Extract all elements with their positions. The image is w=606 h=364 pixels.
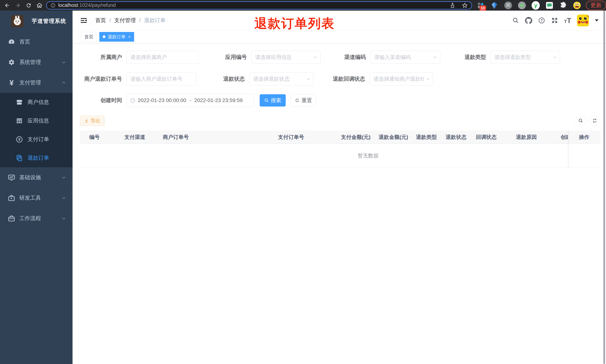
select-arrow-icon xyxy=(313,55,318,60)
show-search-toggle-button[interactable] xyxy=(575,115,586,126)
url-text[interactable]: localhost:1024/pay/refund xyxy=(58,2,116,8)
extension-puzzle-icon[interactable] xyxy=(559,1,567,10)
fullscreen-icon[interactable] xyxy=(551,17,558,24)
search-icon[interactable] xyxy=(512,17,519,24)
channel-select[interactable]: 请输入渠道编码 xyxy=(370,51,440,64)
sidebar-item-pay[interactable]: ¥ 支付管理 xyxy=(0,73,73,93)
share-icon[interactable] xyxy=(450,2,455,8)
tag-active-dot xyxy=(103,35,105,38)
select-arrow-icon xyxy=(433,55,437,60)
extension-emoji-icon[interactable] xyxy=(573,1,581,10)
reload-icon[interactable] xyxy=(25,1,33,10)
font-size-icon[interactable]: TT xyxy=(564,17,571,24)
extensions-area: 10 ⌘ y xyxy=(476,1,581,10)
col-id: 编号 xyxy=(80,130,115,144)
tags-view: 首页 退款订单 × xyxy=(73,30,606,43)
date-end-value[interactable]: 2022-01-23 23:59:59 xyxy=(194,97,243,103)
address-bar[interactable]: localhost:1024/pay/refund xyxy=(46,1,472,10)
user-avatar[interactable] xyxy=(577,14,589,26)
refresh-table-button[interactable] xyxy=(589,115,600,126)
table-empty-body: 暂无数据 xyxy=(80,144,600,168)
pay-order-icon: ¥ xyxy=(16,136,23,143)
date-start-value[interactable]: 2022-01-23 00:00:00 xyxy=(138,97,186,103)
breadcrumb-pay[interactable]: 支付管理 xyxy=(114,17,136,24)
back-icon[interactable] xyxy=(3,1,11,10)
browser-update-button[interactable]: 更新 xyxy=(586,1,606,10)
merchant-refund-no-input[interactable] xyxy=(127,73,197,86)
sidebar-logo[interactable]: 芋道管理系统 xyxy=(0,11,73,32)
github-icon[interactable] xyxy=(525,17,532,24)
refund-type-select[interactable]: 请选择退款类型 xyxy=(490,51,560,64)
extension-green-dot-icon[interactable] xyxy=(518,1,526,10)
filter-label-refund-status: 退款状态 xyxy=(197,75,249,83)
filter-row-1: 所属商户 应用编号 请选择应用信息 渠道编码 请输入渠道编码 退款类型 请选择退… xyxy=(80,51,606,64)
monitor-chart-icon xyxy=(7,174,16,181)
yen-icon: ¥ xyxy=(7,79,16,86)
sidebar-item-refund-order[interactable]: 退款订单 xyxy=(0,149,73,167)
extension-command-icon[interactable]: ⌘ xyxy=(504,1,512,10)
export-button[interactable]: 导出 xyxy=(80,116,105,126)
chevron-up-icon xyxy=(61,80,66,85)
filter-label-create-time: 创建时间 xyxy=(80,97,127,104)
breadcrumb-home[interactable]: 首页 xyxy=(95,17,106,24)
col-actions: 操作 xyxy=(568,130,600,144)
tag-close-icon[interactable]: × xyxy=(128,34,131,39)
refund-status-select[interactable]: 请选择退款状态 xyxy=(249,73,314,86)
select-arrow-icon xyxy=(553,55,557,60)
window-scrollbar[interactable] xyxy=(603,11,605,364)
refund-order-icon xyxy=(16,155,23,162)
bookmark-star-icon[interactable] xyxy=(462,2,468,8)
sidebar-item-infra[interactable]: 基础设施 xyxy=(0,167,73,188)
search-button[interactable]: 搜索 xyxy=(260,94,286,106)
page-content: 所属商户 应用编号 请选择应用信息 渠道编码 请输入渠道编码 退款类型 请选择退… xyxy=(73,43,606,168)
filter-row-2: 商户退款订单号 退款状态 请选择退款状态 退款回调状态 请选择通知商户退款结果的 xyxy=(80,73,606,86)
help-icon[interactable]: ? xyxy=(538,17,545,24)
refund-table: 编号 支付渠道 商户订单号 支付订单号 支付金额(元) 退款金额(元) 退款类型… xyxy=(80,130,600,168)
extension-kite-icon[interactable] xyxy=(490,1,499,10)
col-pay-order-no: 支付订单号 xyxy=(242,130,340,144)
date-range-picker[interactable]: 2022-01-23 00:00:00 - 2022-01-23 23:59:5… xyxy=(127,94,253,107)
table-toolbar: 导出 xyxy=(80,115,606,126)
sidebar-item-merchant-info[interactable]: 商户信息 xyxy=(0,93,73,112)
empty-text: 暂无数据 xyxy=(358,152,379,159)
col-refund-amount: 退款金额(元) xyxy=(371,130,416,144)
sidebar-toggle-icon[interactable] xyxy=(80,17,87,24)
sidebar-item-home[interactable]: 首页 xyxy=(0,32,73,52)
extension-badge: 10 xyxy=(479,5,486,11)
col-callback-status: 回调状态 xyxy=(475,130,497,144)
home-icon[interactable] xyxy=(35,1,43,10)
avatar-caret-icon[interactable] xyxy=(595,19,599,22)
navbar: 首页 / 支付管理 / 退款订单 退款订单列表 ? TT xyxy=(73,11,606,30)
col-pay-channel: 支付渠道 xyxy=(115,130,154,144)
sidebar-item-system[interactable]: 系统管理 xyxy=(0,52,73,73)
svg-text:¥: ¥ xyxy=(18,137,20,142)
url-path: :1024/pay/refund xyxy=(78,2,116,8)
site-info-icon[interactable] xyxy=(50,3,56,8)
filter-label-callback-status: 退款回调状态 xyxy=(314,75,369,83)
filter-label-refund-type: 退款类型 xyxy=(440,53,490,61)
toolbox-icon xyxy=(7,194,16,202)
sidebar-item-workflow[interactable]: 工作流程 xyxy=(0,208,73,229)
merchant-input[interactable] xyxy=(127,51,199,64)
logo-avatar xyxy=(11,15,24,27)
grid-icon xyxy=(16,117,23,124)
filter-label-channel: 渠道编码 xyxy=(320,53,370,61)
sidebar-item-app-info[interactable]: 应用信息 xyxy=(0,112,73,130)
url-host: localhost xyxy=(58,2,78,8)
tag-home[interactable]: 首页 xyxy=(81,32,97,42)
app-select[interactable]: 请选择应用信息 xyxy=(251,51,320,64)
forward-icon[interactable] xyxy=(14,1,22,10)
col-refund-status: 退款状态 xyxy=(437,130,475,144)
callback-status-select[interactable]: 请选择通知商户退款结果的 xyxy=(369,73,433,86)
extension-blue-diamond-icon[interactable]: 10 xyxy=(476,1,485,10)
tag-refund-order[interactable]: 退款订单 × xyxy=(99,32,134,42)
extension-y-icon[interactable]: y xyxy=(532,1,540,10)
sidebar-item-pay-order[interactable]: ¥ 支付订单 xyxy=(0,130,73,149)
col-refund-reason: 退款原因 xyxy=(497,130,555,144)
reset-button[interactable]: 重置 xyxy=(291,94,316,106)
extension-chat-icon[interactable] xyxy=(545,1,553,10)
table-header-row: 编号 支付渠道 商户订单号 支付订单号 支付金额(元) 退款金额(元) 退款类型… xyxy=(80,130,600,144)
pay-submenu: 商户信息 应用信息 ¥ 支付订单 退款订单 xyxy=(0,93,73,167)
sidebar-item-dev-tools[interactable]: 研发工具 xyxy=(0,188,73,208)
chevron-down-icon xyxy=(61,195,66,200)
